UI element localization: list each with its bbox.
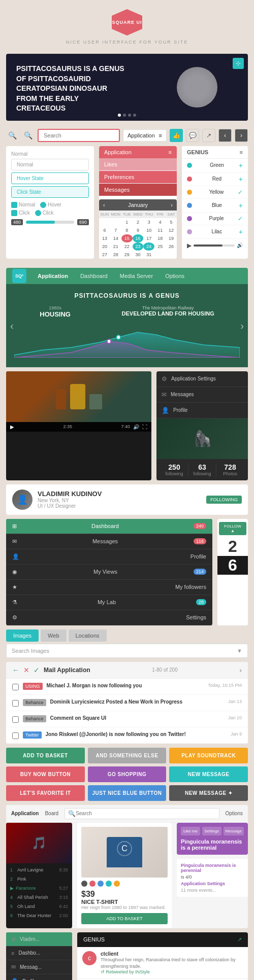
search-input[interactable] [38,129,120,142]
prod-nav-application[interactable]: Application [11,811,39,816]
bookmark-icon[interactable]: ⊹ [233,58,244,69]
tab-locations[interactable]: Locations [69,629,107,642]
ms-dashboard[interactable]: ⊞ Vladim... [6,932,72,947]
tab-images[interactable]: Images [6,629,39,642]
nav-options[interactable]: Options [159,268,190,284]
dm-messages[interactable]: ✉ Messages 116 [6,534,212,549]
radio-click[interactable] [35,210,41,216]
chart-next[interactable]: › [240,320,244,331]
product-search[interactable]: 🔍 [65,808,219,819]
pm-message-btn[interactable]: Message [224,827,244,835]
nav-next[interactable]: › [235,129,248,142]
dm-settings[interactable]: ⚙ Settings [6,610,212,625]
social-messages[interactable]: ✉ Messages [156,387,248,403]
new-message-btn-2[interactable]: NEW MESSAGE ✦ [169,785,248,801]
prod-nav-options[interactable]: Options [226,811,243,816]
dm-profile[interactable]: 👤 Profile [6,549,212,565]
share-icon[interactable]: ↗ [237,936,242,943]
genius-check-purple[interactable]: ✓ [238,215,243,222]
social-app-settings[interactable]: ⚙ Application Settings [156,371,248,387]
track-5[interactable]: 5 Oh Land 6:42 [6,902,72,911]
mail-checkbox-4[interactable] [12,732,19,739]
checkbox-normal[interactable] [11,202,17,208]
play-icon[interactable]: ▶ [187,242,192,249]
hero-dot-3[interactable] [128,114,131,117]
ms-profile-item[interactable]: ✉ Messag... [6,960,72,974]
mail-checkbox-2[interactable] [12,700,19,707]
hero-dot-4[interactable] [133,114,136,117]
pm-settings-btn[interactable]: Settings [202,827,221,835]
speaker-icon[interactable]: 🔊 [237,242,243,248]
pm-like-btn[interactable]: Like me [181,827,200,835]
nav-prev[interactable]: ‹ [218,129,232,142]
blue-button[interactable]: JUST NICE BLUE BUTTON [88,785,167,801]
genius-check-yellow[interactable]: ✓ [238,189,243,196]
volume-icon[interactable]: 🔊 [133,424,139,430]
nav-application[interactable]: Application [31,268,74,284]
buy-now-btn[interactable]: BUY NOW BUTTON [6,766,85,782]
track-6[interactable]: 6 The Dear Hunter 2:00 [6,911,72,920]
favorite-btn[interactable]: LET'S FAVORITE IT [6,785,85,801]
prod-nav-board[interactable]: Board [45,811,58,816]
genius-add-red[interactable]: + [239,175,243,183]
menu-preferences[interactable]: Preferences [99,171,177,184]
play-pause-btn[interactable]: ▶ [10,424,14,430]
checkbox-click[interactable] [11,210,17,216]
mail-arrow-icon[interactable]: ← [12,666,19,674]
dm-myviews[interactable]: ◉ My Views 214 [6,565,212,580]
color-blue[interactable] [98,881,104,887]
genius-item-red[interactable]: Red + [182,172,248,186]
dm-mylab[interactable]: ⚗ My Lab 28 [6,595,212,610]
hero-dot-1[interactable] [118,114,121,117]
color-gray[interactable] [81,881,87,887]
something-else-btn[interactable]: AND SOMETHING ELSE [88,748,167,763]
mail-check-icon[interactable]: ✓ [34,666,40,674]
nav-dashboard[interactable]: Dashboard [74,268,114,284]
go-shopping-btn[interactable]: GO SHOPPING [88,766,167,782]
nav-media-server[interactable]: Media Server [114,268,159,284]
play-soundtrack-btn[interactable]: PLAY SOUNDTRACK [169,748,248,763]
genius-add-blue[interactable]: + [239,201,243,209]
color-orange[interactable] [114,881,120,887]
menu-messages[interactable]: Messages [99,184,177,196]
tab-web[interactable]: Web [41,629,66,642]
color-red[interactable] [89,881,96,887]
color-teal[interactable] [106,881,112,887]
following-badge[interactable]: FOLLOWING [206,496,242,504]
app-select[interactable]: Application ≡ [123,129,167,142]
genius-item-yellow[interactable]: Yellow ✓ [182,186,248,199]
state-click-box[interactable]: Click State [11,186,89,198]
genius-add-green[interactable]: + [239,161,243,169]
thumb-up-btn[interactable]: 👍 [170,129,183,142]
genius-item-purple[interactable]: Purple ✓ [182,213,248,225]
dm-myfollowers[interactable]: ★ My followers [6,580,212,595]
follow-btn[interactable]: FOLLOW ▲ [219,522,246,535]
mail-close-icon[interactable]: ✕ [23,666,29,674]
track-2[interactable]: 2 Pink [6,874,72,884]
menu-likes[interactable]: Likes [99,158,177,171]
search-images-select[interactable]: Search Images ▼ [6,644,248,658]
tshirt-add-basket[interactable]: ADD TO BASKET [81,913,168,924]
track-4[interactable]: 4 All Shall Perish 3:15 [6,893,72,902]
genius-item-blue[interactable]: Blue + [182,199,248,213]
mail-checkbox-3[interactable] [12,716,19,723]
mail-checkbox-1[interactable] [12,684,19,690]
share-btn[interactable]: ↗ [202,129,215,142]
ms-messages-item[interactable]: ≡ Dashbo... [6,947,72,960]
cal-next[interactable]: › [171,202,173,208]
fullscreen-icon[interactable]: ⛶ [142,424,147,430]
search-icon-btn-1[interactable]: 🔍 [6,129,19,142]
social-profile[interactable]: 👤 Profile [156,403,248,418]
genius-add-lilac[interactable]: + [239,228,243,236]
product-search-input[interactable] [76,811,215,816]
track-3[interactable]: ▶ Paramore 5:27 [6,884,72,893]
radio-hover[interactable] [40,202,46,208]
genius-item-lilac[interactable]: Lilac + [182,225,248,239]
cal-prev[interactable]: ‹ [103,202,105,208]
ms-views-item[interactable]: 👤 Profile [6,974,72,980]
mail-nav-arrow[interactable]: › [239,666,242,674]
add-basket-btn[interactable]: ADD TO BASKET [6,748,85,763]
hero-dot-2[interactable] [123,114,126,117]
search-icon-btn-2[interactable]: 🔍 [22,129,35,142]
new-message-btn-1[interactable]: NEW MESSAGE [169,766,248,782]
